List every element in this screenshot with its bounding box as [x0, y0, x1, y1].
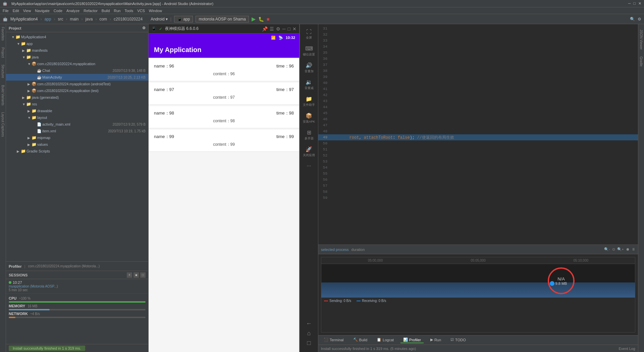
file-helper-btn[interactable]: 📁 文件助手 [300, 94, 318, 109]
pause-btn[interactable]: ⏸ [632, 247, 635, 252]
memory-circle: N/A 9.8 MB [548, 267, 575, 294]
session-item[interactable]: 10:27 myapplication (Motorola AOSP...) 5… [6, 279, 148, 294]
logcat-tab[interactable]: 📋 Logcat [374, 337, 396, 343]
com-label[interactable]: com [99, 17, 107, 21]
zoom-in-btn[interactable]: 🔍+ [617, 247, 624, 252]
favorites-tab[interactable]: Favorites [0, 24, 5, 43]
zoom-reset-btn[interactable]: ⊙ [612, 247, 615, 252]
run-tab[interactable]: ▶ Run [428, 337, 444, 343]
zoom-out-btn[interactable]: 🔍- [604, 247, 610, 252]
volume-down-btn[interactable]: 🔉 音量减 [300, 77, 318, 92]
volume-up-btn[interactable]: 🔊 音量加 [300, 60, 318, 76]
end-session-btn[interactable]: □ [140, 272, 146, 278]
tree-item-layout[interactable]: ▼ 📁 layout [6, 114, 148, 121]
tree-item-java-generated[interactable]: ▶ 📁 java (generated) [6, 94, 148, 101]
json-viewer-tab[interactable]: JSON Viewer [639, 27, 644, 52]
tree-item-manifests[interactable]: ▶ 📁 manifests [6, 47, 148, 54]
install-apk-btn[interactable]: 📦 安装APK [300, 111, 318, 126]
back-btn[interactable]: ← [306, 320, 312, 327]
tree-item-android-test[interactable]: ▶ 📦 com.c201801020224.myapplication (and… [6, 81, 148, 87]
emulator-pin-btn[interactable]: 📌 [262, 26, 268, 32]
android-list-content[interactable]: name：96 time：96 content：96 name：97 time：… [149, 58, 299, 352]
tree-item-activity-main-xml[interactable]: ▶ 📄 activity_main.xml 2020/7/13 9:20, 57… [6, 121, 148, 128]
time-marker-3: 05:10,000 [574, 259, 589, 262]
close-btn[interactable]: ✕ [638, 1, 641, 6]
gradle-tab[interactable]: Gradle [639, 54, 644, 69]
add-session-btn[interactable]: + [127, 272, 132, 278]
home-btn[interactable]: ⌂ [307, 330, 311, 337]
tree-item-item-xml[interactable]: ▶ 📄 item.xml 2020/7/13 10:19, 1.75 kB [6, 128, 148, 134]
todo-tab[interactable]: ☑ TODO [448, 337, 469, 343]
menu-analyze[interactable]: Analyze [66, 9, 79, 13]
tree-item-myapplication4[interactable]: ▼ 📁 MyApplication4 [6, 34, 148, 40]
file-label[interactable]: c201801020224 [114, 17, 143, 21]
stop-session-btn[interactable]: ■ [133, 272, 139, 278]
search-btn[interactable]: 🔍 [630, 17, 635, 21]
multi-window-btn[interactable]: ⊞ 多开器 [300, 127, 318, 143]
tree-item-values[interactable]: ▶ 📁 values [6, 141, 148, 148]
menu-run[interactable]: Run [114, 9, 120, 13]
menu-refactor[interactable]: Refactor [84, 9, 98, 13]
app-label[interactable]: app [44, 17, 51, 21]
tree-item-drawable[interactable]: ▶ 📁 drawable [6, 107, 148, 114]
tree-item-chat[interactable]: ▶ ☕ Chat 2020/7/13 9:38, 148 B [6, 67, 148, 74]
list-item-96-content: content：96 [154, 71, 294, 77]
debug-button[interactable]: 🐛 [258, 16, 264, 22]
menu-edit[interactable]: Edit [13, 9, 19, 13]
close-app-btn[interactable]: 🚀 关闭应用 [300, 144, 318, 160]
emulator-minimize-btn[interactable]: ─ [282, 26, 286, 32]
stop-button[interactable]: ■ [267, 16, 269, 22]
menu-navigate[interactable]: Navigate [35, 9, 49, 13]
run-button[interactable]: ▶ [252, 16, 256, 22]
recent-btn[interactable]: □ [307, 340, 311, 347]
emulator-close-btn[interactable]: ✕ [292, 26, 297, 32]
menu-vcs[interactable]: VCS [137, 9, 145, 13]
menu-view[interactable]: View [23, 9, 31, 13]
settings-btn[interactable]: ⚙ [638, 17, 641, 21]
sdk-selector[interactable]: 📱 app [174, 16, 193, 23]
tree-item-app[interactable]: ▼ 📁 app [6, 40, 148, 47]
emulator-menu-btn[interactable]: ☰ [270, 26, 274, 32]
tree-item-mipmap[interactable]: ▶ 📁 mipmap [6, 134, 148, 141]
expand-arrow: ▼ [28, 116, 31, 120]
volume-up-icon: 🔊 [306, 62, 312, 69]
cpu-bar-fill [9, 301, 146, 303]
record-btn[interactable]: ⏺ [626, 247, 630, 252]
terminal-tab[interactable]: ⬛ Terminal [321, 337, 346, 343]
app-icon: 🤖 [3, 1, 7, 6]
maximize-btn[interactable]: □ [633, 1, 636, 6]
build-variants-tab[interactable]: Build Variants [0, 82, 5, 108]
emulator-settings-btn[interactable]: ⚙ [276, 26, 280, 32]
project-panel-header: Project ⚙ [6, 24, 148, 32]
event-log-btn[interactable]: Event Log [619, 347, 635, 351]
structure-tab[interactable]: Structure [0, 62, 5, 81]
tree-item-java[interactable]: ▼ 📁 java [6, 54, 148, 60]
tree-item-res[interactable]: ▼ 📁 res [6, 101, 148, 107]
minimize-btn[interactable]: ─ [628, 1, 631, 6]
main-label[interactable]: main [70, 17, 78, 21]
menu-file[interactable]: File [3, 9, 9, 13]
device-selector[interactable]: motorola AOSP on Shama [196, 16, 249, 23]
project-tab[interactable]: Project [0, 45, 5, 60]
build-tab[interactable]: 🔨 Build [351, 337, 370, 343]
tree-item-mainactivity[interactable]: ▶ ☕ MainActivity 2020/7/13 10:25, 2.13 K… [6, 74, 148, 81]
tree-item-package[interactable]: ▼ 📦 com.c201801020224.myapplication [6, 60, 148, 67]
menu-window[interactable]: Window [149, 9, 162, 13]
package-icon: 📦 [32, 88, 37, 93]
tree-item-gradle-scripts[interactable]: ▶ 📁 Gradle Scripts [6, 148, 148, 155]
tree-item-test[interactable]: ▶ 📦 com.c201801020224.myapplication (tes… [6, 87, 148, 94]
gear-icon[interactable]: ⚙ [142, 26, 146, 30]
code-editor[interactable]: 31 32 33 34 35 36 [318, 24, 638, 245]
menu-build[interactable]: Build [102, 9, 110, 13]
layout-captures-tab[interactable]: Layout Captures [0, 109, 5, 139]
profiler-tab[interactable]: 📊 Profiler [400, 337, 424, 343]
menu-code[interactable]: Code [54, 9, 62, 13]
more-btn[interactable]: ··· [300, 161, 318, 171]
key-settings-btn[interactable]: ⌨ 键位设置 [300, 43, 318, 59]
java-label[interactable]: java [85, 17, 93, 21]
android-selector[interactable]: Android ▾ [151, 17, 168, 21]
src-label[interactable]: src [58, 17, 63, 21]
emulator-maximize-btn[interactable]: □ [288, 26, 290, 32]
fullscreen-btn[interactable]: ⛶ 全屏 [300, 27, 318, 42]
menu-tools[interactable]: Tools [124, 9, 133, 13]
